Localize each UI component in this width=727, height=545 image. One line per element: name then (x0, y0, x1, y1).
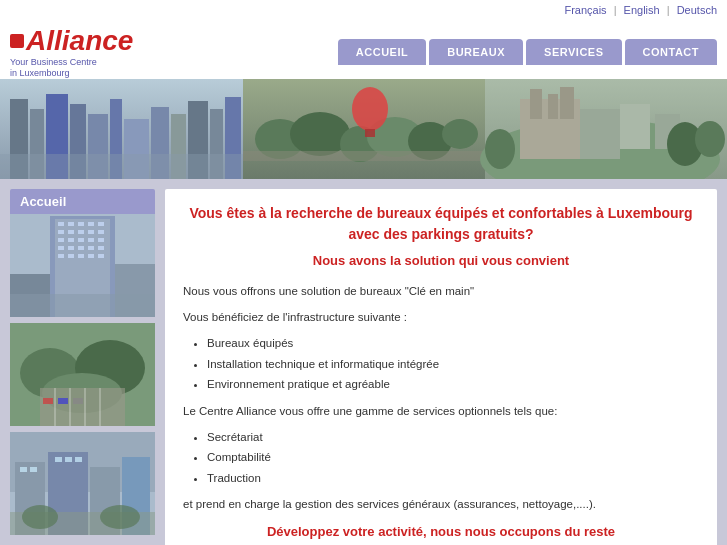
logo-alliance: Alliance (26, 25, 133, 57)
nav-accueil[interactable]: ACCUEIL (338, 39, 426, 65)
svg-rect-49 (58, 238, 64, 242)
main-content: Accueil (0, 179, 727, 545)
svg-point-92 (100, 505, 140, 529)
svg-rect-29 (548, 94, 558, 119)
svg-rect-51 (78, 238, 84, 242)
logo-icon (10, 34, 24, 48)
lang-german[interactable]: Deutsch (677, 4, 717, 16)
svg-rect-58 (98, 246, 104, 250)
svg-rect-47 (88, 230, 94, 234)
nav: ACCUEIL BUREAUX SERVICES CONTACT (338, 39, 717, 65)
sidebar: Accueil (10, 189, 155, 545)
banner (0, 79, 727, 179)
content-list2: Secrétariat Comptabilité Traduction (207, 428, 699, 487)
svg-rect-61 (78, 254, 84, 258)
svg-rect-87 (55, 457, 62, 462)
svg-rect-53 (98, 238, 104, 242)
svg-rect-85 (20, 467, 27, 472)
content-area: Vous êtes à la recherche de bureaux équi… (165, 189, 717, 545)
list2-item2: Comptabilité (207, 448, 699, 466)
nav-services[interactable]: SERVICES (526, 39, 621, 65)
svg-rect-42 (88, 222, 94, 226)
svg-rect-52 (88, 238, 94, 242)
content-body: Nous vous offrons une solution de bureau… (183, 282, 699, 514)
separator1: | (614, 4, 617, 16)
svg-rect-60 (68, 254, 74, 258)
svg-rect-63 (98, 254, 104, 258)
svg-rect-50 (68, 238, 74, 242)
content-footer-text: et prend en charge la gestion des servic… (183, 495, 699, 513)
lang-french[interactable]: Français (564, 4, 606, 16)
content-cta: Développez votre activité, nous nous occ… (183, 524, 699, 539)
svg-rect-88 (65, 457, 72, 462)
list1-item2: Installation technique et informatique i… (207, 355, 699, 373)
language-bar: Français | English | Deutsch (0, 0, 727, 20)
svg-rect-77 (58, 398, 68, 404)
svg-rect-21 (243, 151, 485, 161)
svg-rect-13 (0, 154, 243, 179)
svg-point-20 (442, 119, 478, 149)
svg-rect-43 (98, 222, 104, 226)
svg-rect-30 (560, 87, 574, 119)
content-intro3: Le Centre Alliance vous offre une gamme … (183, 402, 699, 420)
svg-rect-48 (98, 230, 104, 234)
logo-text: Alliance (10, 25, 133, 57)
svg-rect-71 (40, 388, 125, 426)
list2-item3: Traduction (207, 469, 699, 487)
separator2: | (667, 4, 670, 16)
list1-item1: Bureaux équipés (207, 334, 699, 352)
svg-rect-89 (75, 457, 82, 462)
logo-area: Alliance Your Business Centre in Luxembo… (10, 25, 133, 79)
content-intro1: Nous vous offrons une solution de bureau… (183, 282, 699, 300)
svg-rect-57 (88, 246, 94, 250)
sidebar-title: Accueil (10, 189, 155, 214)
svg-rect-55 (68, 246, 74, 250)
sidebar-image-3 (10, 432, 155, 537)
svg-point-33 (485, 129, 515, 169)
svg-rect-76 (43, 398, 53, 404)
svg-rect-23 (365, 129, 375, 137)
nav-bureaux[interactable]: BUREAUX (429, 39, 523, 65)
svg-point-22 (352, 87, 388, 131)
nav-contact[interactable]: CONTACT (625, 39, 717, 65)
content-list1: Bureaux équipés Installation technique e… (207, 334, 699, 393)
svg-rect-45 (68, 230, 74, 234)
svg-rect-27 (580, 109, 620, 159)
svg-rect-46 (78, 230, 84, 234)
logo-subtitle: Your Business Centre in Luxembourg (10, 57, 97, 79)
header: Alliance Your Business Centre in Luxembo… (0, 20, 727, 79)
content-headline: Vous êtes à la recherche de bureaux équi… (183, 203, 699, 245)
svg-rect-28 (530, 89, 542, 119)
svg-rect-56 (78, 246, 84, 250)
svg-rect-54 (58, 246, 64, 250)
svg-rect-41 (78, 222, 84, 226)
svg-rect-86 (30, 467, 37, 472)
list1-item3: Environnement pratique et agréable (207, 375, 699, 393)
content-subheadline: Nous avons la solution qui vous convient (183, 253, 699, 268)
svg-rect-66 (10, 294, 155, 317)
lang-english[interactable]: English (624, 4, 660, 16)
svg-point-91 (22, 505, 58, 529)
svg-rect-59 (58, 254, 64, 258)
svg-rect-78 (73, 398, 83, 404)
content-intro2: Vous bénéficiez de l'infrastructure suiv… (183, 308, 699, 326)
svg-rect-62 (88, 254, 94, 258)
svg-rect-44 (58, 230, 64, 234)
svg-rect-39 (58, 222, 64, 226)
svg-rect-31 (620, 104, 650, 149)
sidebar-image-1 (10, 214, 155, 319)
svg-rect-40 (68, 222, 74, 226)
sidebar-image-2 (10, 323, 155, 428)
list2-item1: Secrétariat (207, 428, 699, 446)
svg-point-35 (695, 121, 725, 157)
